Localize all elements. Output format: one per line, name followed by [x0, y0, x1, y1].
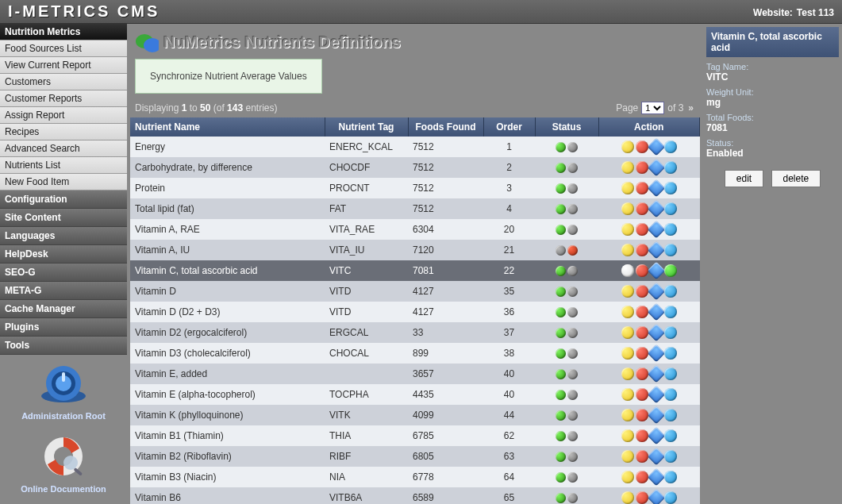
table-row[interactable]: Vitamin D (D2 + D3)VITD412736 — [130, 302, 700, 322]
sidebar-item[interactable]: Food Sources List — [0, 40, 127, 57]
delete-icon[interactable] — [636, 450, 648, 463]
column-header[interactable]: Status — [535, 117, 598, 137]
info-icon[interactable] — [664, 367, 677, 380]
info-icon[interactable] — [664, 202, 677, 215]
edit-icon[interactable] — [647, 221, 665, 239]
table-row[interactable]: Vitamin A, IUVITA_IU712021 — [130, 240, 700, 260]
edit-button[interactable]: edit — [725, 170, 763, 187]
table-row[interactable]: Vitamin K (phylloquinone)VITK409944 — [130, 405, 700, 425]
column-header[interactable]: Foods Found — [408, 117, 483, 137]
star-icon[interactable] — [621, 140, 634, 153]
sidebar-section[interactable]: HelpDesk — [0, 245, 127, 264]
column-header[interactable]: Order — [483, 117, 535, 137]
delete-icon[interactable] — [636, 202, 648, 215]
docs-widget[interactable]: Online Documention — [0, 428, 127, 501]
delete-icon[interactable] — [636, 491, 648, 504]
star-icon[interactable] — [621, 367, 634, 380]
table-row[interactable]: Total lipid (fat)FAT75124 — [130, 198, 700, 219]
sidebar-item[interactable]: Assign Report — [0, 107, 127, 124]
column-header[interactable]: Nutrient Tag — [325, 117, 408, 137]
info-icon[interactable] — [664, 285, 677, 298]
delete-icon[interactable] — [636, 244, 648, 256]
delete-icon[interactable] — [636, 429, 648, 442]
edit-icon[interactable] — [647, 138, 665, 156]
delete-icon[interactable] — [636, 161, 648, 174]
sidebar-section[interactable]: Languages — [0, 227, 127, 245]
sidebar-section[interactable]: Configuration — [0, 190, 127, 209]
sidebar-item[interactable]: Customers — [0, 74, 127, 90]
sidebar-item[interactable]: Recipes — [0, 124, 127, 140]
table-row[interactable]: Vitamin B1 (Thiamin)THIA678562 — [130, 425, 700, 446]
star-icon[interactable] — [621, 182, 634, 194]
delete-icon[interactable] — [636, 182, 648, 194]
star-icon[interactable] — [621, 161, 634, 174]
sidebar-item[interactable]: View Current Report — [0, 57, 127, 74]
star-icon[interactable] — [621, 450, 634, 463]
table-row[interactable]: Vitamin D2 (ergocalciferol)ERGCAL3337 — [130, 322, 700, 343]
admin-root-widget[interactable]: Administration Root — [0, 355, 127, 428]
delete-button[interactable]: delete — [771, 170, 821, 187]
delete-icon[interactable] — [636, 223, 648, 236]
next-page-icon[interactable]: » — [686, 102, 695, 113]
sidebar-item[interactable]: Nutrients List — [0, 157, 127, 174]
info-icon[interactable] — [664, 450, 677, 463]
sidebar-section[interactable]: Cache Manager — [0, 300, 127, 318]
star-icon[interactable] — [621, 388, 634, 401]
info-icon[interactable] — [664, 347, 677, 360]
delete-icon[interactable] — [636, 285, 648, 298]
delete-icon[interactable] — [636, 264, 648, 277]
table-row[interactable]: Vitamin A, RAEVITA_RAE630420 — [130, 219, 700, 240]
star-icon[interactable] — [621, 409, 634, 421]
star-icon[interactable] — [621, 306, 634, 318]
edit-icon[interactable] — [647, 386, 665, 404]
edit-icon[interactable] — [647, 262, 665, 280]
info-icon[interactable] — [664, 429, 677, 442]
info-icon[interactable] — [664, 223, 677, 236]
info-icon[interactable] — [664, 140, 677, 153]
table-row[interactable]: ProteinPROCNT75123 — [130, 178, 700, 198]
table-row[interactable]: EnergyENERC_KCAL75121 — [130, 137, 700, 157]
info-icon[interactable] — [664, 388, 677, 401]
delete-icon[interactable] — [636, 326, 648, 339]
sidebar-section[interactable]: META-G — [0, 282, 127, 300]
table-row[interactable]: Vitamin B2 (Riboflavin)RIBF680563 — [130, 446, 700, 467]
sidebar-item[interactable]: Nutrition Metrics — [0, 24, 127, 40]
delete-icon[interactable] — [636, 409, 648, 421]
sidebar-item[interactable]: New Food Item — [0, 174, 127, 190]
sidebar-item[interactable]: Advanced Search — [0, 140, 127, 157]
star-icon[interactable] — [621, 223, 634, 236]
sidebar-section[interactable]: SEO-G — [0, 264, 127, 282]
edit-icon[interactable] — [647, 159, 665, 177]
star-icon[interactable] — [621, 244, 634, 256]
star-icon[interactable] — [621, 429, 634, 442]
star-icon[interactable] — [621, 202, 634, 215]
edit-icon[interactable] — [647, 489, 665, 504]
edit-icon[interactable] — [647, 283, 665, 301]
table-row[interactable]: Vitamin C, total ascorbic acidVITC708122 — [130, 260, 700, 281]
delete-icon[interactable] — [636, 388, 648, 401]
edit-icon[interactable] — [647, 179, 665, 198]
edit-icon[interactable] — [647, 200, 665, 218]
delete-icon[interactable] — [636, 140, 648, 153]
info-icon[interactable] — [664, 161, 677, 174]
star-icon[interactable] — [621, 347, 634, 360]
edit-icon[interactable] — [647, 406, 665, 425]
sync-button[interactable]: Synchronize Nutrient Average Values — [135, 59, 322, 94]
table-row[interactable]: Vitamin DVITD412735 — [130, 281, 700, 302]
page-select[interactable]: 1 — [641, 102, 664, 114]
delete-icon[interactable] — [636, 471, 648, 483]
delete-icon[interactable] — [636, 306, 648, 318]
edit-icon[interactable] — [647, 324, 665, 342]
star-icon[interactable] — [621, 285, 634, 298]
table-row[interactable]: Vitamin E, added365740 — [130, 364, 700, 384]
table-row[interactable]: Carbohydrate, by differenceCHOCDF75122 — [130, 157, 700, 178]
edit-icon[interactable] — [647, 365, 665, 383]
edit-icon[interactable] — [647, 468, 665, 487]
info-icon[interactable] — [664, 409, 677, 421]
info-icon[interactable] — [664, 306, 677, 318]
table-row[interactable]: Vitamin E (alpha-tocopherol)TOCPHA443540 — [130, 384, 700, 405]
delete-icon[interactable] — [636, 347, 648, 360]
star-icon[interactable] — [621, 264, 634, 277]
info-icon[interactable] — [664, 326, 677, 339]
info-icon[interactable] — [664, 471, 677, 483]
